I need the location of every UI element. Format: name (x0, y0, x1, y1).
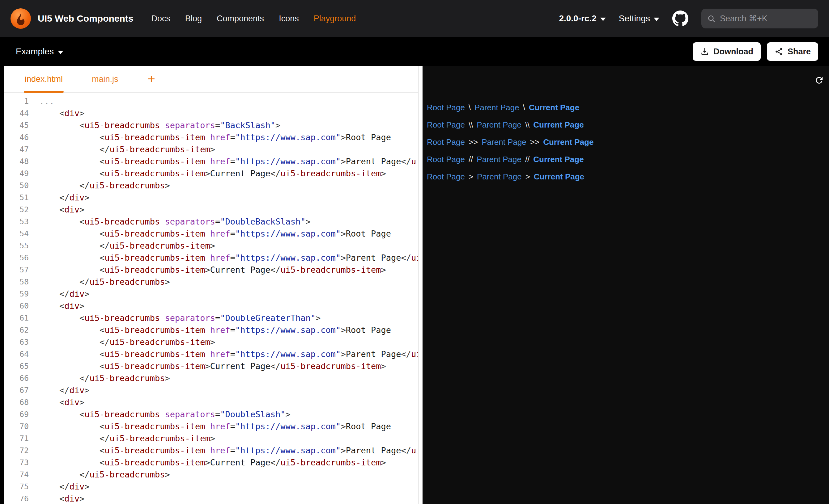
download-button[interactable]: Download (693, 42, 761, 61)
code-text: </ui5-breadcrumbs> (29, 180, 170, 191)
examples-label: Examples (16, 47, 54, 56)
line-number: 59 (4, 288, 29, 300)
github-link[interactable] (672, 10, 688, 27)
code-text: </ui5-breadcrumbs> (29, 468, 170, 480)
line-number: 47 (4, 143, 29, 155)
tab-index.html[interactable]: index.html (24, 66, 64, 92)
code-line: 72 <ui5-breadcrumbs-item href="https://w… (4, 444, 418, 457)
breadcrumb-separator: // (525, 155, 530, 164)
breadcrumb-link[interactable]: Parent Page (481, 138, 527, 147)
code-text: <div> (29, 107, 84, 119)
settings-dropdown[interactable]: Settings (619, 13, 659, 24)
code-line: 59 </div> (4, 288, 418, 300)
code-line: 1... (4, 95, 418, 107)
add-tab-button[interactable]: + (146, 66, 157, 92)
code-text: </div> (29, 288, 89, 300)
code-text: <div> (29, 396, 84, 408)
code-line: 52 <div> (4, 203, 418, 216)
breadcrumbs-row: Root Page\Parent Page\Current Page (427, 99, 829, 116)
code-text: </div> (29, 191, 89, 203)
nav-link-components[interactable]: Components (217, 14, 264, 24)
breadcrumbs-row: Root Page//Parent Page//Current Page (427, 151, 829, 168)
share-label: Share (788, 47, 811, 56)
code-line: 60 <div> (4, 300, 418, 312)
line-number: 66 (4, 372, 29, 384)
nav-link-icons[interactable]: Icons (279, 14, 299, 24)
breadcrumb-current: Current Page (543, 138, 593, 147)
line-number: 52 (4, 203, 29, 216)
code-line: 57 <ui5-breadcrumbs-item>Current Page</u… (4, 264, 418, 276)
breadcrumb-link[interactable]: Parent Page (477, 155, 521, 164)
line-number: 51 (4, 191, 29, 203)
code-text: </ui5-breadcrumbs> (29, 276, 170, 288)
breadcrumb-separator: >> (469, 138, 478, 147)
line-number: 70 (4, 420, 29, 432)
ui5-logo[interactable] (10, 8, 31, 29)
line-number: 72 (4, 444, 29, 457)
breadcrumb-link[interactable]: Parent Page (477, 172, 522, 182)
breadcrumb-link[interactable]: Root Page (427, 138, 465, 147)
line-number: 61 (4, 312, 29, 324)
nav-link-playground[interactable]: Playground (314, 14, 356, 24)
code-text: <div> (29, 203, 84, 216)
breadcrumb-separator: > (526, 172, 530, 182)
code-line: 61 <ui5-breadcrumbs separators="DoubleGr… (4, 312, 418, 324)
line-number: 65 (4, 360, 29, 372)
search-input[interactable] (720, 14, 813, 24)
breadcrumb-link[interactable]: Root Page (427, 120, 465, 130)
breadcrumb-current: Current Page (533, 120, 584, 130)
breadcrumb-link[interactable]: Root Page (427, 155, 465, 164)
download-label: Download (713, 47, 753, 56)
code-line: 49 <ui5-breadcrumbs-item>Current Page</u… (4, 167, 418, 180)
code-text: <ui5-breadcrumbs separators="BackSlash"> (29, 119, 280, 131)
line-number: 1 (4, 95, 29, 107)
main-split: index.htmlmain.js+ 1...44 <div>45 <ui5-b… (0, 66, 829, 504)
nav-link-docs[interactable]: Docs (151, 14, 170, 24)
breadcrumb-current: Current Page (534, 172, 584, 182)
code-text: </ui5-breadcrumbs-item> (29, 432, 215, 444)
breadcrumb-separator: \\ (469, 120, 473, 130)
breadcrumbs-row: Root Page\\Parent Page\\Current Page (427, 116, 829, 133)
chevron-down-icon (654, 17, 659, 21)
code-lines: 1...44 <div>45 <ui5-breadcrumbs separato… (4, 95, 418, 504)
breadcrumb-separator: \ (469, 103, 471, 112)
code-line: 74 </ui5-breadcrumbs> (4, 468, 418, 480)
version-dropdown[interactable]: 2.0.0-rc.2 (559, 13, 606, 24)
line-number: 45 (4, 119, 29, 131)
line-number: 44 (4, 107, 29, 119)
breadcrumb-link[interactable]: Parent Page (474, 103, 519, 112)
navbar-right: 2.0.0-rc.2 Settings (559, 9, 818, 29)
breadcrumb-link[interactable]: Parent Page (477, 120, 521, 130)
download-icon (700, 47, 709, 56)
code-line: 69 <ui5-breadcrumbs separators="DoubleSl… (4, 408, 418, 420)
breadcrumb-separator: > (469, 172, 473, 182)
breadcrumb-separator: \\ (525, 120, 530, 130)
code-editor[interactable]: 1...44 <div>45 <ui5-breadcrumbs separato… (4, 93, 418, 504)
code-line: 66 </ui5-breadcrumbs> (4, 372, 418, 384)
examples-toolbar: Examples Download Share (0, 37, 829, 66)
search-box[interactable] (701, 9, 818, 29)
github-icon (672, 10, 688, 27)
line-number: 74 (4, 468, 29, 480)
line-number: 60 (4, 300, 29, 312)
tab-main.js[interactable]: main.js (91, 66, 119, 92)
line-number: 54 (4, 228, 29, 240)
breadcrumb-separator: >> (530, 138, 539, 147)
code-line: 73 <ui5-breadcrumbs-item>Current Page</u… (4, 457, 418, 468)
line-number: 50 (4, 180, 29, 191)
nav-link-blog[interactable]: Blog (185, 14, 202, 24)
version-label: 2.0.0-rc.2 (559, 13, 596, 24)
share-button[interactable]: Share (767, 42, 818, 61)
line-number: 71 (4, 432, 29, 444)
code-line: 45 <ui5-breadcrumbs separators="BackSlas… (4, 119, 418, 131)
editor-pane: index.htmlmain.js+ 1...44 <div>45 <ui5-b… (4, 66, 419, 504)
line-number: 75 (4, 480, 29, 493)
refresh-button[interactable] (814, 75, 824, 85)
toolbar-actions: Download Share (693, 42, 818, 61)
pane-splitter[interactable] (419, 66, 423, 504)
examples-dropdown[interactable]: Examples (16, 47, 63, 56)
breadcrumb-link[interactable]: Root Page (427, 103, 465, 112)
breadcrumb-link[interactable]: Root Page (427, 172, 465, 182)
top-navbar: UI5 Web Components DocsBlogComponentsIco… (0, 0, 829, 37)
code-text: <ui5-breadcrumbs-item href="https://www.… (29, 131, 391, 143)
